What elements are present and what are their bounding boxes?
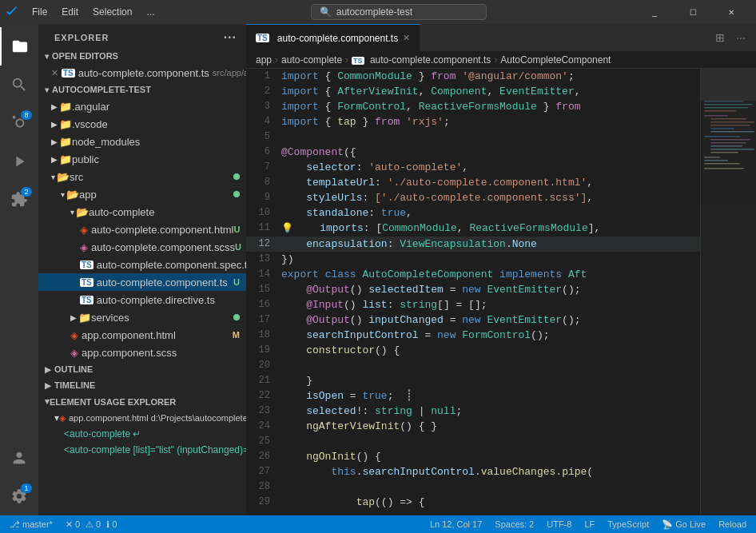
tree-item-src[interactable]: ▾ 📂 src (38, 168, 246, 185)
tab-auto-complete-ts[interactable]: TS auto-complete.component.ts ✕ (246, 24, 420, 52)
code-line-6: 6 @Component({ (246, 145, 700, 160)
tree-item-public[interactable]: ▶ 📁 public (38, 150, 246, 168)
editor-area: TS auto-complete.component.ts ✕ ⊞ ··· ap… (246, 24, 756, 515)
account-icon[interactable] (0, 439, 38, 477)
go-live-label: Go Live (675, 519, 706, 529)
code-line-3: 3 import { FormControl, ReactiveFormsMod… (246, 99, 700, 114)
errors-status[interactable]: ✕ 0 ⚠ 0 ℹ 0 (62, 515, 120, 533)
open-editor-path: src/app/auto-comple... (213, 68, 246, 78)
search-input[interactable]: 🔍 autocomplete-test (311, 4, 487, 20)
element-usage-label: ELEMENT USAGE EXPLORER (50, 397, 176, 407)
open-editor-filename: auto-complete.component.ts (78, 67, 209, 79)
app-icon (6, 6, 19, 18)
folder-node-modules-icon: 📁 (59, 136, 72, 148)
split-editor-button[interactable]: ⊞ (711, 29, 729, 46)
code-line-16: 16 @Input() list: string[] = []; (246, 297, 700, 312)
breadcrumb-app[interactable]: app (256, 54, 272, 66)
outline-label: OUTLINE (54, 364, 93, 374)
tree-item-app[interactable]: ▾ 📂 app (38, 185, 246, 203)
explorer-icon[interactable] (0, 27, 38, 66)
sidebar-menu-button[interactable]: ··· (224, 30, 237, 45)
app-scss-icon: ◈ (70, 347, 78, 359)
outline-section[interactable]: ▶ OUTLINE (38, 361, 246, 377)
svg-rect-7 (710, 125, 750, 126)
extensions-badge: 2 (21, 187, 32, 197)
encoding-status[interactable]: UTF-8 (543, 515, 575, 533)
eu-auto-complete-tag2[interactable]: <auto-complete [list]="list" (inputChang… (38, 442, 246, 458)
svg-rect-17 (704, 160, 728, 161)
code-line-9: 9 styleUrls: ['./auto-complete.component… (246, 190, 700, 205)
tree-item-services[interactable]: ▶ 📁 services (38, 308, 246, 326)
menu-file[interactable]: File (26, 5, 54, 19)
breadcrumb: app › auto-complete › TS auto-complete.c… (246, 52, 756, 69)
folder-public-icon: 📁 (59, 153, 72, 165)
breadcrumb-file[interactable]: TS auto-complete.component.ts (352, 54, 491, 66)
src-modified-badge (233, 173, 240, 180)
code-line-22: 22 isOpen = true; ┋ (246, 388, 700, 404)
git-branch-status[interactable]: ⎇ master* (6, 515, 56, 533)
menu-more[interactable]: ... (140, 5, 161, 19)
tab-actions: ⊞ ··· (705, 29, 756, 46)
tree-item-app-scss[interactable]: ◈ app.component.scss (38, 344, 246, 361)
menu-edit[interactable]: Edit (55, 5, 85, 19)
minimap-content (701, 69, 756, 515)
tree-item-spec[interactable]: TS auto-complete.component.spec.ts U (38, 256, 246, 273)
eu-app-component[interactable]: ▾ ◈ app.component.html d:\Projects\autoc… (38, 410, 246, 426)
eu-auto-complete-tag1[interactable]: <auto-complete ↵ (38, 426, 246, 442)
tree-item-node-modules[interactable]: ▶ 📁 node_modules (38, 133, 246, 150)
language-status[interactable]: TypeScript (604, 515, 652, 533)
svg-rect-4 (704, 115, 728, 117)
breadcrumb-class[interactable]: AutoCompleteComponent (500, 54, 611, 66)
svg-rect-10 (704, 136, 740, 137)
code-editor[interactable]: 1 import { CommonModule } from '@angular… (246, 69, 700, 515)
breadcrumb-auto-complete[interactable]: auto-complete (281, 54, 342, 66)
spaces-status[interactable]: Spaces: 2 (491, 515, 537, 533)
scss-badge: U (235, 242, 241, 252)
maximize-button[interactable]: ☐ (674, 0, 711, 24)
minimap-highlight (701, 69, 756, 101)
open-editor-item[interactable]: ✕ TS auto-complete.component.ts src/app/… (38, 64, 246, 82)
tree-item-component-ts[interactable]: TS auto-complete.component.ts U (38, 273, 246, 291)
tree-item-directive[interactable]: TS auto-complete.directive.ts (38, 291, 246, 308)
encoding-label: UTF-8 (547, 519, 571, 529)
directive-ts-icon: TS (80, 296, 94, 304)
tree-item-auto-complete-folder[interactable]: ▾ 📂 auto-complete (38, 203, 246, 221)
search-icon[interactable] (0, 66, 38, 104)
code-line-23: 23 selected!: string | null; (246, 404, 700, 419)
svg-rect-11 (710, 139, 750, 141)
extensions-icon[interactable]: 2 (0, 181, 38, 219)
close-editor-icon[interactable]: ✕ (51, 68, 58, 78)
minimize-button[interactable]: ⎯ (636, 0, 673, 24)
open-editors-section[interactable]: ▾ OPEN EDITORS (38, 48, 246, 64)
errors-count: 0 (75, 519, 80, 529)
settings-badge: 1 (21, 483, 32, 493)
error-icon: ✕ (66, 519, 73, 530)
tree-item-angular[interactable]: ▶ 📁 .angular (38, 97, 246, 115)
code-line-5: 5 (246, 129, 700, 145)
tree-item-vscode[interactable]: ▶ 📁 .vscode (38, 115, 246, 133)
sidebar: EXPLORER ··· ▾ OPEN EDITORS ✕ TS auto-co… (38, 24, 246, 515)
code-line-11: 11 💡 imports: [CommonModule, ReactiveFor… (246, 221, 700, 237)
run-icon[interactable] (0, 142, 38, 181)
go-live-button[interactable]: 📡 Go Live (659, 515, 709, 533)
tree-item-html[interactable]: ◈ auto-complete.component.html U (38, 221, 246, 238)
source-control-icon[interactable]: 8 (0, 104, 38, 142)
cursor-position-status[interactable]: Ln 12, Col 17 (427, 515, 485, 533)
window-controls: ⎯ ☐ ✕ (636, 0, 750, 24)
reload-button[interactable]: Reload (715, 515, 750, 533)
more-actions-button[interactable]: ··· (732, 29, 750, 46)
tree-item-scss[interactable]: ◈ auto-complete.component.scss U (38, 238, 246, 256)
element-usage-section[interactable]: ▾ ELEMENT USAGE EXPLORER (38, 393, 246, 410)
project-section[interactable]: ▾ AUTOCOMPLETE-TEST (38, 82, 246, 97)
timeline-section[interactable]: ▶ TIMELINE (38, 377, 246, 393)
close-button[interactable]: ✕ (713, 0, 750, 24)
folder-vscode-icon: 📁 (59, 118, 72, 130)
settings-icon[interactable]: 1 (0, 477, 38, 515)
position-label: Ln 12, Col 17 (430, 519, 482, 529)
tree-item-app-html[interactable]: ◈ app.component.html M (38, 326, 246, 344)
tab-close-icon[interactable]: ✕ (403, 33, 410, 43)
svg-rect-9 (710, 131, 754, 133)
menu-selection[interactable]: Selection (86, 5, 138, 19)
line-endings-status[interactable]: LF (581, 515, 598, 533)
sidebar-title: EXPLORER (54, 33, 109, 42)
